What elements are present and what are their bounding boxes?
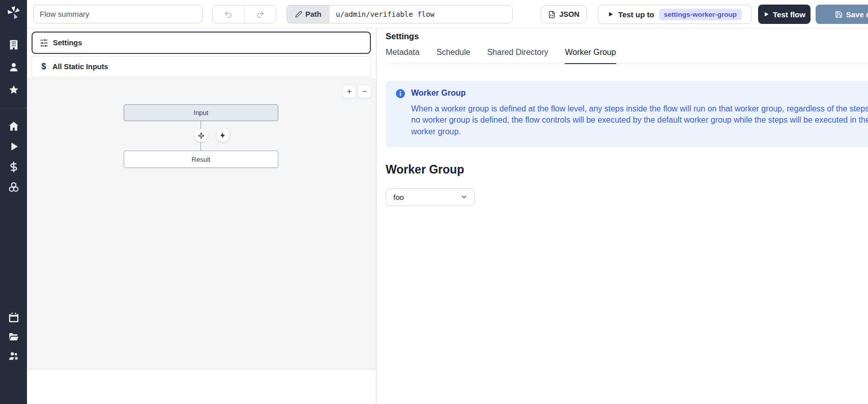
info-icon [396, 89, 405, 137]
folders-icon[interactable] [8, 331, 19, 342]
test-flow-button[interactable]: Test flow [758, 5, 811, 24]
bolt-icon [219, 132, 226, 139]
worker-group-select-value: foo [393, 193, 404, 201]
play-icon [763, 11, 769, 17]
zoom-out-button[interactable]: − [358, 85, 371, 98]
worker-group-section-title: Worker Group [386, 163, 868, 177]
redo-button[interactable] [244, 6, 276, 23]
variables-dollar-icon[interactable] [8, 161, 19, 172]
path-group: Path [286, 5, 513, 23]
result-node[interactable]: Result [124, 151, 278, 168]
top-toolbar: Path JSON Test up to settings-worker-gro… [27, 0, 868, 28]
rail-divider [0, 108, 27, 108]
workspace-building-icon[interactable] [8, 39, 19, 50]
tab-metadata[interactable]: Metadata [386, 48, 420, 64]
undo-button[interactable] [213, 6, 244, 23]
info-body: When a worker group is defined at the fl… [411, 103, 868, 137]
tab-shared-directory[interactable]: Shared Directory [487, 48, 548, 64]
settings-panel: Settings Metadata Schedule Shared Direct… [376, 28, 868, 404]
settings-panel-title: Settings [386, 32, 868, 41]
redo-icon [256, 10, 265, 19]
info-title: Worker Group [411, 89, 868, 98]
file-json-icon [548, 11, 556, 18]
left-nav-rail [0, 0, 27, 404]
test-up-to-target-badge[interactable]: settings-worker-group [659, 9, 742, 20]
save-draft-button[interactable]: Save draft [816, 5, 868, 24]
test-up-to-button[interactable]: Test up to settings-worker-group [598, 5, 751, 24]
sliders-icon [40, 39, 48, 47]
save-icon [835, 11, 843, 18]
windmill-logo-icon[interactable] [6, 5, 22, 21]
path-label: Path [305, 10, 321, 18]
settings-tabs: Metadata Schedule Shared Directory Worke… [386, 48, 868, 64]
worker-group-info-box: Worker Group When a worker group is defi… [386, 81, 868, 147]
schedules-calendar-icon[interactable] [8, 312, 19, 323]
path-edit-button[interactable]: Path [287, 6, 330, 23]
pencil-icon [295, 11, 302, 18]
all-static-inputs-card[interactable]: $ All Static Inputs [32, 56, 371, 77]
favorites-star-icon[interactable] [8, 84, 19, 96]
zoom-in-button[interactable]: + [342, 85, 356, 98]
json-button[interactable]: JSON [541, 5, 587, 23]
home-icon[interactable] [8, 121, 19, 132]
user-icon[interactable] [8, 62, 19, 73]
flow-graph-canvas[interactable]: + − Input Result [27, 78, 376, 369]
dollar-icon: $ [40, 62, 48, 71]
path-value-input[interactable] [330, 6, 512, 23]
trigger-bolt-button[interactable] [216, 129, 229, 142]
save-draft-label: Save draft [846, 10, 868, 19]
runs-play-icon[interactable] [8, 141, 19, 152]
all-static-inputs-label: All Static Inputs [52, 63, 108, 71]
chevron-down-icon [460, 193, 468, 201]
add-step-button[interactable] [194, 129, 208, 142]
plus-cross-icon [197, 132, 205, 139]
worker-group-select[interactable]: foo [386, 188, 475, 206]
groups-users-gear-icon[interactable] [8, 351, 19, 362]
tab-worker-group[interactable]: Worker Group [565, 48, 616, 64]
flow-editor-panel: Settings $ All Static Inputs + − Input R… [27, 28, 376, 404]
json-button-label: JSON [559, 10, 580, 18]
test-up-to-label: Test up to [618, 10, 654, 19]
flow-summary-input[interactable] [33, 5, 202, 23]
flow-settings-card[interactable]: Settings [32, 32, 371, 54]
flow-settings-label: Settings [53, 39, 82, 47]
input-node[interactable]: Input [124, 104, 278, 121]
test-flow-label: Test flow [773, 10, 805, 19]
tab-schedule[interactable]: Schedule [437, 48, 471, 64]
info-content: Worker Group When a worker group is defi… [411, 89, 868, 137]
play-icon [607, 11, 614, 17]
undo-redo-group [212, 5, 276, 23]
undo-icon [224, 10, 233, 19]
resources-boxes-icon[interactable] [8, 182, 19, 193]
